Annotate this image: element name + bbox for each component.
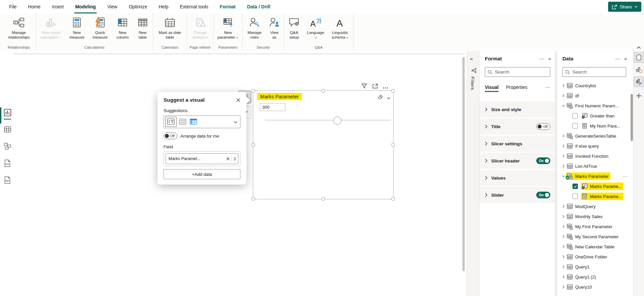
format-section-row[interactable]: Size and style (479, 101, 555, 117)
canvas-scrollbar[interactable] (462, 57, 465, 271)
chevron-right-icon[interactable] (560, 275, 566, 279)
more-options-icon[interactable]: ⋯ (623, 174, 631, 179)
view-as-button[interactable]: View as (266, 14, 283, 40)
section-toggle[interactable]: On (536, 157, 550, 164)
data-tree-row[interactable]: ? OneDrive Folder ⋯ (557, 252, 631, 262)
data-tree-row[interactable]: ? Query10 ⋯ (557, 282, 631, 292)
chevron-right-icon[interactable] (560, 245, 566, 248)
new-parameter-button[interactable]: ? New parameter (214, 14, 242, 40)
format-section-row[interactable]: Title Off (479, 118, 555, 135)
filter-icon[interactable] (361, 83, 367, 90)
chevron-right-icon[interactable] (560, 134, 566, 138)
remove-field-icon[interactable] (225, 157, 231, 160)
data-tree-row[interactable]: ? Countrylist ⋯ (557, 81, 631, 91)
model-view-button[interactable] (3, 142, 11, 151)
format-tab[interactable]: Visual (485, 85, 499, 92)
chevron-right-icon[interactable] (560, 164, 566, 168)
data-tree-row[interactable]: ? Invoked Function ⋯ (557, 151, 631, 161)
resize-handle[interactable] (321, 89, 325, 93)
chevron-right-icon[interactable] (560, 225, 566, 228)
menu-item[interactable]: Home (22, 0, 46, 13)
report-view-button[interactable] (3, 109, 11, 119)
data-tree-row[interactable]: ? Query1 ⋯ (557, 262, 631, 272)
new-column-button[interactable]: New column (112, 14, 133, 40)
expand-filters-icon[interactable]: « (470, 56, 473, 61)
slicer-suggestion-button[interactable] (165, 117, 177, 127)
section-toggle[interactable]: Off (536, 123, 550, 130)
eraser-icon[interactable] (377, 94, 383, 101)
data-tree-row[interactable]: ? My Second Parameter ⋯ (557, 232, 631, 242)
chevron-down-icon[interactable] (387, 95, 390, 101)
data-tree-row[interactable]: ? df ⋯ (557, 91, 631, 101)
slicer-visual[interactable]: Marks Parameter (253, 90, 394, 199)
dax-query-view-button[interactable]: DAX (3, 159, 11, 169)
quick-measure-button[interactable]: Quick measure (88, 14, 112, 40)
resize-handle[interactable] (321, 197, 325, 201)
tmdl-view-button[interactable]: TMDL (3, 176, 11, 186)
data-tree-row[interactable]: ? First Numeric Param... ⋯ (557, 101, 631, 111)
data-tree-row[interactable]: ? Query1 (2) ⋯ (557, 272, 631, 282)
resize-handle[interactable] (251, 197, 255, 201)
qa-setup-button[interactable]: Q&A setup (285, 14, 304, 40)
add-pane-button[interactable] (634, 91, 644, 101)
menu-item[interactable]: Data / Drill (241, 0, 276, 13)
format-section-row[interactable]: Slicer settings (479, 136, 555, 152)
resize-handle[interactable] (391, 197, 395, 201)
manage-roles-button[interactable]: Manage roles (243, 14, 266, 40)
build-visual-switch-button[interactable] (634, 64, 644, 75)
slicer-header[interactable]: Marks Parameter (257, 93, 302, 100)
data-tree-row[interactable]: ? My Num Para... ⋯ (557, 121, 631, 131)
chevron-right-icon[interactable] (560, 235, 566, 238)
format-tabs-more-icon[interactable]: ⋯ (545, 85, 550, 90)
menu-item[interactable]: Modeling (70, 0, 101, 13)
new-visual-calculation-button[interactable]: fx New visual calculation (37, 14, 65, 40)
menu-item[interactable]: View (101, 0, 123, 13)
expand-field-icon[interactable] (232, 157, 238, 161)
chevron-right-icon[interactable] (560, 255, 566, 258)
format-tab[interactable]: Properties (506, 85, 527, 92)
resize-handle[interactable] (391, 89, 395, 93)
format-pane-collapse-icon[interactable]: » (548, 56, 551, 61)
chevron-right-icon[interactable] (560, 285, 566, 289)
focus-mode-icon[interactable] (372, 83, 378, 90)
menu-item[interactable]: Optimize (123, 0, 153, 13)
menu-item[interactable]: File (3, 0, 22, 13)
format-search-box[interactable] (485, 67, 550, 77)
data-tree-row[interactable]: ? List-AllTrue ⋯ (557, 161, 631, 171)
format-section-row[interactable]: Slicer header On (479, 153, 555, 169)
format-pane-more-icon[interactable]: ⋯ (539, 56, 544, 61)
collapse-ribbon-icon[interactable] (637, 44, 641, 50)
chevron-right-icon[interactable] (560, 154, 566, 158)
data-tree-row[interactable]: ? ModQuery ⋯ (557, 201, 631, 211)
data-tree-row[interactable]: ? If else query ⋯ (557, 141, 631, 151)
field-checkbox[interactable] (572, 123, 578, 129)
data-pane-collapse-icon[interactable]: » (624, 56, 627, 61)
data-tree-row[interactable]: ? Greater than ⋯ (557, 111, 631, 121)
matrix-suggestion-button[interactable] (189, 117, 198, 127)
new-measure-button[interactable]: New measure (65, 14, 88, 40)
share-button[interactable]: Share (608, 2, 641, 12)
data-tree-row[interactable]: ? My First Parameter ⋯ (557, 221, 631, 232)
format-search-input[interactable] (494, 69, 548, 75)
chevron-right-icon[interactable] (560, 94, 566, 97)
add-data-button[interactable]: +Add data (164, 169, 240, 179)
filters-pane-title[interactable]: Filters (470, 77, 475, 90)
report-canvas[interactable]: Marks Parameter (14, 51, 467, 296)
format-section-row[interactable]: Values (479, 170, 555, 186)
slider-handle[interactable] (333, 116, 341, 125)
field-checkbox[interactable] (572, 113, 578, 118)
data-tree-row[interactable]: ? Marks Parame... ⋯ (557, 191, 631, 201)
chevron-right-icon[interactable] (560, 144, 566, 148)
menu-item[interactable]: Format (214, 0, 241, 13)
slicer-value-input[interactable] (260, 103, 285, 111)
linguistic-schema-button[interactable]: A Linguistic schema (328, 14, 353, 40)
data-search-input[interactable] (572, 69, 624, 75)
more-options-icon[interactable] (383, 84, 388, 90)
data-tree-row[interactable]: ? New Calendar Table ⋯ (557, 242, 631, 252)
filters-funnel-icon[interactable] (470, 68, 476, 73)
data-tree-row[interactable]: ? GenerateSeriesTable ⋯ (557, 131, 631, 141)
chevron-right-icon[interactable] (560, 215, 566, 218)
chevron-right-icon[interactable] (560, 265, 566, 268)
data-search-box[interactable] (562, 67, 626, 77)
menu-item[interactable]: Help (153, 0, 174, 13)
